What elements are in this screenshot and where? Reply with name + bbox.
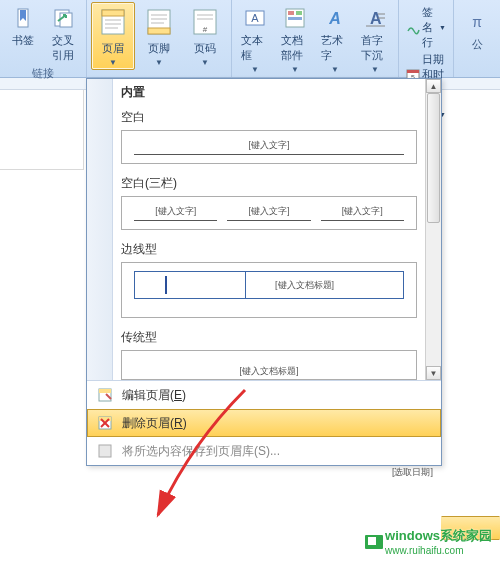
- chevron-down-icon: ▼: [439, 24, 446, 31]
- chevron-down-icon: ▼: [371, 65, 379, 74]
- dropcap-icon: A: [361, 5, 389, 31]
- svg-rect-22: [288, 17, 302, 20]
- header-style-traditional[interactable]: [键入文档标题] [选取日期]: [121, 350, 417, 380]
- dropdown-gutter: [87, 79, 113, 380]
- header-style-blank[interactable]: [键入文字]: [121, 130, 417, 164]
- quickparts-icon: [281, 5, 309, 31]
- save-to-gallery-label: 将所选内容保存到页眉库(S)...: [122, 443, 280, 460]
- pagenum-button[interactable]: # 页码 ▼: [183, 2, 227, 70]
- wordart-icon: A: [321, 5, 349, 31]
- svg-text:#: #: [203, 25, 208, 34]
- scroll-up-button[interactable]: ▲: [426, 79, 441, 93]
- textbox-icon: A: [241, 5, 269, 31]
- placeholder-title: [键入文档标题]: [134, 365, 404, 378]
- pagenum-icon: #: [188, 5, 222, 39]
- bookmark-icon: [9, 5, 37, 31]
- edit-icon: [94, 386, 116, 404]
- equation-label: 公: [472, 37, 483, 52]
- header-gallery-dropdown: 内置 空白 [键入文字] 空白(三栏) [键入文字] [键入文字] [键入文字]…: [86, 78, 442, 466]
- ribbon: 书签 交叉 引用 链接 页眉 ▼ 页: [0, 0, 500, 78]
- document-area: [0, 90, 84, 170]
- equation-button[interactable]: π 公: [458, 6, 496, 55]
- svg-rect-35: [99, 389, 111, 393]
- svg-rect-40: [99, 445, 111, 457]
- svg-rect-21: [296, 11, 302, 15]
- chevron-down-icon: ▼: [331, 65, 339, 74]
- placeholder-text: [键入文字]: [340, 205, 385, 218]
- header-label: 页眉: [102, 41, 124, 56]
- chevron-down-icon: ▼: [201, 58, 209, 67]
- edit-header-menuitem[interactable]: 编辑页眉(E): [87, 381, 441, 409]
- chevron-down-icon: ▼: [109, 58, 117, 67]
- placeholder-title: [键入文档标题]: [275, 279, 334, 292]
- highlight-extension: [441, 516, 500, 540]
- placeholder-text: [键入文字]: [246, 205, 291, 218]
- header-style-blank-3col[interactable]: [键入文字] [键入文字] [键入文字]: [121, 196, 417, 230]
- gallery-scrollbar[interactable]: ▲ ▼: [425, 79, 441, 380]
- crossref-label: 交叉 引用: [52, 33, 74, 63]
- scrollbar-thumb[interactable]: [427, 93, 440, 223]
- svg-rect-29: [407, 70, 419, 73]
- group-links-label: 链接: [32, 66, 54, 83]
- edit-header-label: 编辑页眉(E): [122, 387, 186, 404]
- placeholder-text: [键入文字]: [246, 139, 291, 152]
- header-button[interactable]: 页眉 ▼: [91, 2, 135, 70]
- windows-flag-icon: [365, 535, 383, 549]
- scroll-down-button[interactable]: ▼: [426, 366, 441, 380]
- placeholder-text: [键入文字]: [153, 205, 198, 218]
- signature-button[interactable]: 签名行 ▼: [403, 4, 449, 51]
- header-icon: [96, 5, 130, 39]
- wordart-button[interactable]: A 艺术字 ▼: [316, 2, 354, 77]
- chevron-down-icon: ▼: [291, 65, 299, 74]
- header-style-border[interactable]: [键入文档标题] [选取日期]: [121, 262, 417, 318]
- blank-label: 空白: [113, 104, 425, 128]
- footer-button[interactable]: 页脚 ▼: [137, 2, 181, 70]
- remove-header-label: 删除页眉(R): [122, 415, 187, 432]
- equation-icon: π: [463, 9, 491, 35]
- remove-icon: [94, 414, 116, 432]
- quickparts-label: 文档部件: [281, 33, 309, 63]
- bookmark-label: 书签: [12, 33, 34, 48]
- quickparts-button[interactable]: 文档部件 ▼: [276, 2, 314, 77]
- save-icon: [94, 442, 116, 460]
- chevron-down-icon: ▼: [155, 58, 163, 67]
- dropcap-button[interactable]: A 首字下沉 ▼: [356, 2, 394, 77]
- textbox-button[interactable]: A 文本框 ▼: [236, 2, 274, 77]
- svg-rect-9: [148, 28, 170, 34]
- svg-rect-4: [102, 10, 124, 16]
- remove-header-menuitem[interactable]: 删除页眉(R): [87, 409, 441, 437]
- svg-text:π: π: [472, 14, 482, 30]
- svg-rect-20: [288, 11, 294, 15]
- svg-text:A: A: [251, 12, 259, 24]
- svg-text:A: A: [328, 10, 341, 27]
- wordart-label: 艺术字: [321, 33, 349, 63]
- builtin-section-label: 内置: [113, 79, 425, 104]
- traditional-label: 传统型: [113, 324, 425, 348]
- footer-label: 页脚: [148, 41, 170, 56]
- svg-rect-37: [99, 417, 111, 421]
- signature-label: 签名行: [422, 5, 437, 50]
- watermark-url: www.ruihaifu.com: [385, 545, 492, 556]
- bookmark-button[interactable]: 书签: [4, 2, 42, 66]
- pagenum-label: 页码: [194, 41, 216, 56]
- equation-group: π 公: [454, 0, 500, 77]
- border-label: 边线型: [113, 236, 425, 260]
- blank3-label: 空白(三栏): [113, 170, 425, 194]
- crossref-button[interactable]: 交叉 引用: [44, 2, 82, 66]
- dropcap-label: 首字下沉: [361, 33, 389, 63]
- signature-icon: [406, 20, 420, 36]
- save-to-gallery-menuitem[interactable]: 将所选内容保存到页眉库(S)...: [87, 437, 441, 465]
- chevron-down-icon: ▼: [251, 65, 259, 74]
- crossref-icon: [49, 5, 77, 31]
- textbox-label: 文本框: [241, 33, 269, 63]
- footer-icon: [142, 5, 176, 39]
